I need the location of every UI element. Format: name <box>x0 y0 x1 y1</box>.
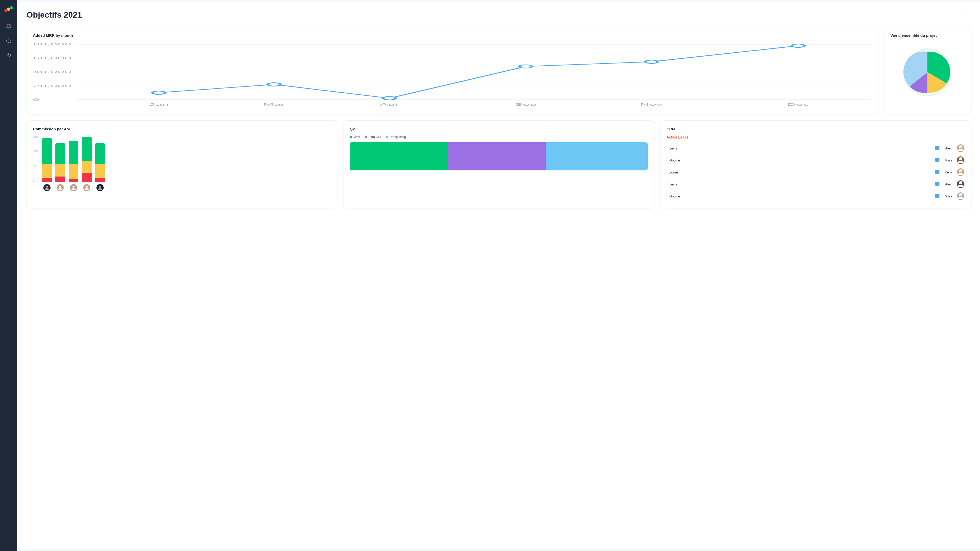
top-grid: Added MRR by month 0 20,000 40,000 60,00… <box>27 27 971 114</box>
legend-dot-prospecting <box>386 136 388 138</box>
bar-green-1 <box>42 138 52 164</box>
sidebar <box>0 0 18 551</box>
svg-point-27 <box>383 97 396 100</box>
legend-won: Won <box>350 135 360 139</box>
svg-text:0: 0 <box>33 98 40 102</box>
commission-bar-3 <box>68 141 78 191</box>
crm-avatar-1 <box>957 144 964 152</box>
crm-chat-icon-2[interactable] <box>934 157 940 163</box>
svg-line-5 <box>10 42 11 43</box>
crm-company-5: Google <box>670 194 932 198</box>
bar-green-4 <box>82 137 92 161</box>
bar-stack-3 <box>68 141 78 182</box>
bar-stack-1 <box>42 138 52 182</box>
bar-stack-5 <box>95 143 105 182</box>
svg-text:20,000: 20,000 <box>33 84 72 88</box>
legend-dot-intro-call <box>365 136 367 138</box>
svg-point-30 <box>792 44 804 48</box>
page-header: Objectifs 2021 ... <box>27 10 971 20</box>
crm-company-4: Levis <box>670 183 932 186</box>
bar-avatar-1 <box>43 184 51 191</box>
mrr-chart-card: Added MRR by month 0 20,000 40,000 60,00… <box>27 27 878 114</box>
crm-lead-indicator-2 <box>667 157 667 163</box>
legend-label-prospecting: Prospecting <box>390 135 406 139</box>
vue-ensemble-title: Vue d'ensemble du projet <box>891 33 964 38</box>
mrr-line-chart: 0 20,000 40,000 60,000 80,000 Jan Mar Ap… <box>33 41 872 108</box>
svg-text:Nov: Nov <box>640 103 663 106</box>
crm-chat-icon-4[interactable] <box>934 181 940 187</box>
crm-chat-icon-3[interactable] <box>934 169 940 175</box>
svg-point-0 <box>4 9 8 12</box>
crm-agent-1: Alex <box>942 146 955 150</box>
crm-lead-indicator-5 <box>667 193 667 199</box>
crm-chat-icon-5[interactable] <box>934 193 940 199</box>
bar-red-5 <box>95 178 105 182</box>
pie-chart-container <box>891 41 964 103</box>
svg-point-26 <box>268 83 280 86</box>
q2-card: Q2 Won Intro Call Prospecting <box>343 121 654 208</box>
crm-lead-indicator-4 <box>667 181 667 187</box>
svg-point-2 <box>10 6 13 10</box>
svg-text:Apr: Apr <box>380 103 399 106</box>
q2-title: Q2 <box>350 127 648 131</box>
bar-avatar-4 <box>83 184 90 191</box>
crm-avatar-4 <box>957 180 964 188</box>
bar-yellow-2 <box>56 164 65 176</box>
crm-row-zoom-kelly: Zoom Kelly <box>667 166 964 178</box>
bottom-grid: Commission par AM 0 50 100 150 <box>27 121 971 208</box>
notifications-icon[interactable] <box>5 22 13 30</box>
bar-yellow-3 <box>68 164 78 179</box>
mrr-chart-title: Added MRR by month <box>33 33 872 38</box>
search-icon[interactable] <box>5 37 13 45</box>
legend-dot-won <box>350 136 352 138</box>
crm-agent-3: Kelly <box>942 170 955 174</box>
q2-segment-prospecting <box>546 142 648 170</box>
crm-row-levis-alex: Levis Alex <box>667 142 964 154</box>
more-options-button[interactable]: ... <box>965 10 971 17</box>
svg-text:80,000: 80,000 <box>33 42 72 46</box>
bar-green-3 <box>68 141 78 164</box>
legend-label-intro-call: Intro Call <box>369 135 381 139</box>
person-add-icon[interactable] <box>5 51 13 59</box>
bar-green-2 <box>56 143 65 164</box>
crm-agent-5: Mary <box>942 194 955 198</box>
svg-text:Jan: Jan <box>148 103 169 106</box>
svg-text:40,000: 40,000 <box>33 70 72 74</box>
crm-company-2: Google <box>670 159 932 162</box>
bar-yellow-1 <box>42 164 52 178</box>
svg-point-3 <box>10 24 11 26</box>
legend-prospecting: Prospecting <box>386 135 406 139</box>
crm-lead-indicator-3 <box>667 169 667 175</box>
bar-avatar-2 <box>57 184 64 191</box>
crm-chat-icon-1[interactable] <box>934 145 940 151</box>
svg-text:Mar: Mar <box>263 103 285 106</box>
bar-red-3 <box>68 179 78 182</box>
crm-row-levis-alex-2: Levis Alex <box>667 178 964 190</box>
svg-point-1 <box>7 8 11 11</box>
bar-yellow-5 <box>95 164 105 178</box>
bar-stack-4 <box>82 137 92 182</box>
page-title: Objectifs 2021 <box>27 10 82 20</box>
crm-card: CRM Active Leads Levis Alex Google <box>660 121 971 208</box>
crm-avatar-5 <box>957 192 964 200</box>
svg-text:Dec: Dec <box>787 103 810 106</box>
svg-point-6 <box>7 53 9 55</box>
bar-avatar-3 <box>70 184 77 191</box>
bar-red-4 <box>82 173 92 182</box>
app-logo[interactable] <box>4 4 13 13</box>
commission-title: Commission par AM <box>33 127 331 131</box>
bar-yellow-4 <box>82 161 92 173</box>
bar-stack-2 <box>56 143 65 182</box>
crm-avatar-3 <box>957 168 964 176</box>
y-label-100: 100 <box>33 150 40 153</box>
svg-point-28 <box>519 65 532 68</box>
crm-agent-4: Alex <box>942 183 955 186</box>
svg-point-29 <box>645 60 658 64</box>
q2-segment-intro-call <box>448 142 546 170</box>
crm-company-3: Zoom <box>670 170 932 174</box>
crm-active-leads-label: Active Leads <box>667 135 964 139</box>
crm-row-google-mary-2: Google Mary <box>667 190 964 202</box>
commission-bar-1 <box>42 138 52 191</box>
legend-label-won: Won <box>354 135 360 139</box>
y-label-0: 0 <box>33 179 40 182</box>
